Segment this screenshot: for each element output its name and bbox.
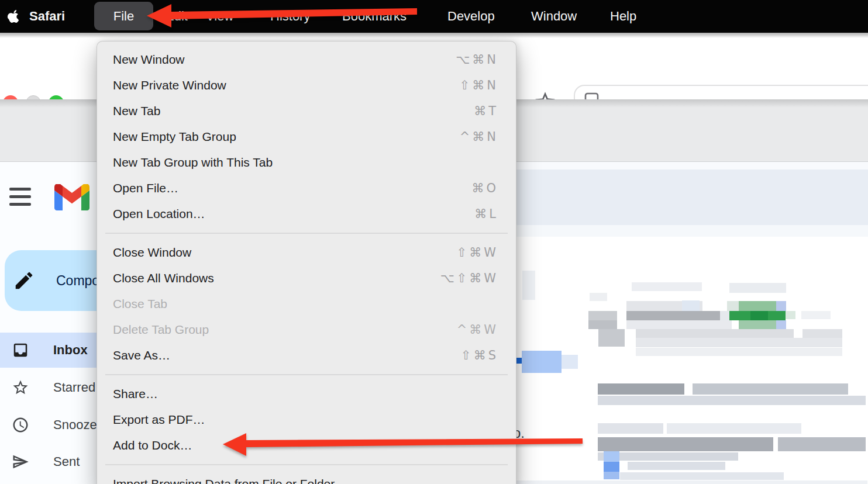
menu-item-shortcut: ⌘T (474, 104, 498, 118)
menu-item-shortcut: ⌘L (474, 207, 498, 221)
menu-item-close-all-windows[interactable]: Close All Windows⌥⇧⌘W (97, 265, 516, 291)
menu-item-export-as-pdf[interactable]: Export as PDF… (97, 407, 516, 433)
menu-item-share[interactable]: Share… (97, 381, 516, 407)
redacted-block (628, 462, 725, 470)
redacted-block (636, 329, 794, 338)
redacted-block (522, 351, 562, 373)
pencil-icon (13, 269, 35, 292)
apple-logo-icon[interactable] (7, 8, 20, 25)
send-icon (12, 453, 29, 471)
redacted-block (626, 311, 720, 320)
file-menu-dropdown: New Window⌥⌘NNew Private Window⇧⌘NNew Ta… (97, 41, 516, 484)
menubar-item-bookmarks[interactable]: Bookmarks (342, 0, 407, 33)
redacted-block (720, 311, 729, 320)
menu-item-label: Open File… (113, 181, 178, 195)
redacted-block (776, 301, 786, 311)
menu-item-label: New Tab (113, 104, 160, 118)
menu-item-shortcut: ⌥⇧⌘W (440, 271, 498, 285)
menu-item-label: New Tab Group with This Tab (113, 155, 273, 170)
redacted-block (739, 320, 776, 329)
menu-item-shortcut: ^⌘W (457, 323, 498, 337)
redacted-block (604, 472, 619, 479)
menubar-item-develop[interactable]: Develop (447, 0, 495, 33)
menu-item-new-empty-tab-group[interactable]: New Empty Tab Group^⌘N (97, 124, 516, 150)
redacted-block (786, 311, 795, 319)
redacted-block (693, 383, 848, 395)
redacted-block (776, 320, 786, 329)
menu-item-shortcut: ⇧⌘N (460, 78, 498, 92)
redacted-block (588, 311, 617, 320)
redacted-block (598, 437, 773, 451)
menubar-item-safari[interactable]: Safari (29, 0, 65, 33)
menu-item-new-private-window[interactable]: New Private Window⇧⌘N (97, 72, 516, 98)
menu-item-add-to-dock[interactable]: Add to Dock… (97, 433, 516, 458)
menu-item-new-tab[interactable]: New Tab⌘T (97, 98, 516, 124)
menu-item-label: Close All Windows (113, 271, 214, 285)
menu-item-label: Open Location… (113, 207, 205, 221)
macos-safari-screenshot: { "theme": { "menubar_bg": "#050505", "m… (0, 0, 868, 484)
menu-item-label: Import Browsing Data from File or Folder (113, 477, 335, 484)
menu-item-label: Export as PDF… (113, 413, 205, 427)
menu-item-label: Close Window (113, 246, 191, 260)
redacted-block (562, 355, 578, 369)
redacted-block (636, 338, 842, 347)
menu-item-import-browsing-data-from-file-or-folder[interactable]: Import Browsing Data from File or Folder (97, 471, 516, 484)
sidebar-item-label: Sent (53, 454, 80, 469)
redacted-block (604, 462, 619, 472)
redacted-block (801, 311, 831, 319)
star-icon (12, 379, 29, 396)
menubar-item-history[interactable]: History (270, 0, 310, 33)
redacted-block (636, 348, 842, 356)
redacted-block (802, 329, 842, 338)
menu-item-open-file[interactable]: Open File…⌘O (97, 175, 516, 201)
sidebar-item-label: Inbox (53, 343, 88, 358)
menubar-item-view[interactable]: View (206, 0, 233, 33)
redacted-block (739, 301, 776, 311)
redacted-block (778, 437, 866, 451)
redacted-block (590, 293, 607, 301)
menu-item-save-as[interactable]: Save As…⇧⌘S (97, 343, 516, 368)
menu-item-label: Share… (113, 387, 158, 401)
redacted-block (516, 480, 867, 484)
menu-item-new-window[interactable]: New Window⌥⌘N (97, 47, 516, 72)
redacted-block (522, 271, 535, 300)
menubar-item-file[interactable]: File (94, 2, 153, 30)
redacted-block (604, 451, 619, 462)
menu-item-label: New Private Window (113, 78, 226, 92)
macos-menu-bar: SafariFileEditViewHistoryBookmarksDevelo… (0, 0, 868, 33)
menu-item-shortcut: ^⌘N (460, 130, 498, 144)
menubar-item-edit[interactable]: Edit (166, 0, 188, 33)
redacted-block (516, 170, 868, 225)
menu-item-label: Save As… (113, 348, 170, 362)
redacted-block (598, 396, 866, 405)
inbox-icon (12, 341, 29, 359)
redacted-block (750, 311, 768, 320)
menu-item-close-tab: Close Tab (97, 291, 516, 317)
menu-item-shortcut: ⌥⌘N (456, 53, 498, 67)
redacted-block (727, 301, 739, 311)
redacted-block (620, 472, 784, 480)
gmail-logo-icon (54, 184, 89, 210)
redacted-block (632, 282, 702, 291)
menu-item-new-tab-group-with-this-tab[interactable]: New Tab Group with This Tab (97, 150, 516, 175)
menu-item-label: New Empty Tab Group (113, 130, 236, 144)
menu-item-shortcut: ⇧⌘S (461, 348, 498, 362)
menu-item-shortcut: ⌘O (471, 181, 498, 195)
menu-item-label: Close Tab (113, 297, 167, 311)
menu-item-open-location[interactable]: Open Location…⌘L (97, 201, 516, 227)
menu-item-label: Delete Tab Group (113, 323, 209, 337)
menu-item-delete-tab-group: Delete Tab Group^⌘W (97, 317, 516, 343)
redacted-block (729, 283, 786, 293)
menu-item-shortcut: ⇧⌘W (457, 246, 498, 260)
redacted-block (588, 320, 617, 329)
menu-item-label: Add to Dock… (113, 438, 192, 452)
menu-item-close-window[interactable]: Close Window⇧⌘W (97, 240, 516, 265)
menu-separator (105, 464, 508, 465)
menu-separator (105, 374, 508, 375)
sidebar-item-label: Starred (53, 380, 95, 395)
menu-item-label: New Window (113, 53, 185, 67)
menubar-item-window[interactable]: Window (531, 0, 577, 33)
redacted-block (516, 162, 868, 170)
redacted-block (598, 383, 684, 395)
menubar-item-help[interactable]: Help (610, 0, 636, 33)
